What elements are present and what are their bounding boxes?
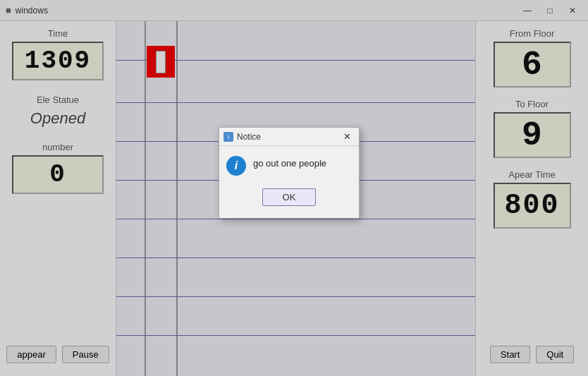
- notice-close-button[interactable]: ✕: [339, 131, 355, 143]
- notice-dialog: i Notice ✕ i go out one people OK: [219, 127, 360, 219]
- notice-footer: OK: [219, 183, 359, 212]
- notice-title-bar: i Notice ✕: [219, 128, 359, 146]
- notice-dialog-icon: i: [223, 132, 233, 142]
- modal-overlay: i Notice ✕ i go out one people OK: [0, 0, 588, 376]
- notice-ok-button[interactable]: OK: [262, 188, 317, 206]
- info-icon: i: [226, 156, 246, 176]
- notice-body: i go out one people: [219, 146, 359, 183]
- notice-title-left: i Notice: [223, 132, 261, 142]
- notice-message: go out one people: [253, 156, 326, 169]
- notice-title-text: Notice: [237, 132, 261, 142]
